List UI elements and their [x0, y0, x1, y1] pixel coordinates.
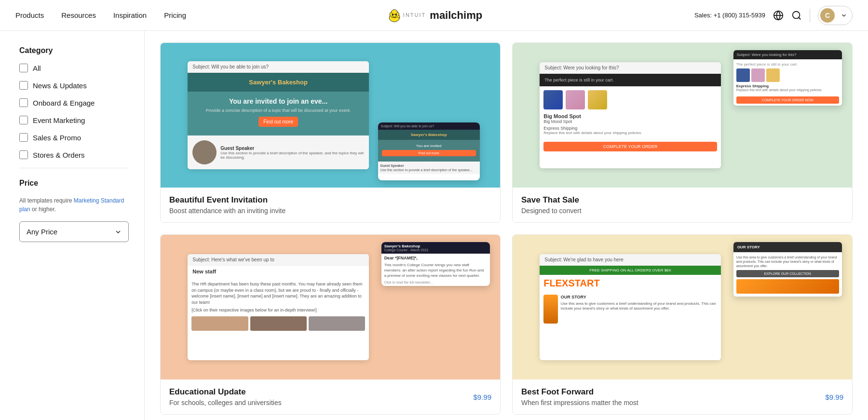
card-footer-bff: Best Foot Forward When first impressions…: [521, 387, 843, 406]
price-note: All templates require Marketing Standard…: [19, 196, 129, 214]
card-footer-event: Beautiful Event Invitation Boost attenda…: [169, 195, 491, 215]
edu-content-body: The HR department has been busy these pa…: [188, 277, 369, 335]
category-onboard-engage-label: Onboard & Engage: [33, 99, 95, 107]
category-onboard-engage-checkbox[interactable]: [19, 98, 28, 107]
category-event-marketing[interactable]: Event Marketing: [19, 116, 129, 124]
card-image-bff: Subject: We're glad to have you here FRE…: [513, 235, 852, 379]
event-email-mock: Subject: Will you be able to join us? Sa…: [188, 61, 369, 169]
nav-resources[interactable]: Resources: [61, 11, 96, 19]
category-stores-orders-label: Stores & Orders: [33, 151, 85, 159]
card-image-event: Subject: Will you be able to join us? Sa…: [161, 43, 500, 188]
globe-icon[interactable]: [773, 10, 784, 21]
card-educational-update[interactable]: Subject: Here's what we've been up to Ne…: [160, 234, 501, 415]
card-image-sale: Subject: Were you looking for this? The …: [513, 43, 852, 188]
svg-line-8: [799, 17, 800, 19]
category-all[interactable]: All: [19, 64, 129, 72]
search-icon[interactable]: [791, 10, 802, 21]
sale-second-header: Subject: Were you looking for this?: [733, 50, 842, 59]
cards-grid: Subject: Will you be able to join us? Sa…: [160, 42, 853, 415]
card-title-sale: Save That Sale: [521, 195, 582, 205]
avatar: C: [820, 8, 835, 23]
sale-second-cta: COMPLETE YOUR ORDER NOW: [736, 96, 839, 104]
category-sales-promo[interactable]: Sales & Promo: [19, 133, 129, 142]
card-save-that-sale[interactable]: Subject: Were you looking for this? The …: [512, 42, 853, 223]
bakeshop-brand: Sawyer's Bakeshop: [188, 73, 369, 92]
header-divider: [810, 9, 810, 22]
sidebar: Category All News & Updates Onboard & En…: [0, 31, 145, 420]
edu-newsletter-mock: Sawyer's Bakeshop College Courier - Marc…: [381, 242, 490, 286]
price-title: Price: [19, 179, 129, 188]
card-info-event: Beautiful Event Invitation Boost attenda…: [161, 188, 500, 222]
bff-brand-name: FLEXSTART: [540, 275, 721, 292]
category-news-updates-checkbox[interactable]: [19, 81, 28, 90]
card-image-edu: Subject: Here's what we've been up to Ne…: [161, 235, 500, 379]
category-event-marketing-label: Event Marketing: [33, 116, 85, 124]
sale-email-mock: Subject: Were you looking for this? The …: [540, 62, 721, 168]
sale-email-header: Subject: Were you looking for this?: [540, 62, 721, 74]
mobile-header: Subject: Will you be able to join us?: [378, 122, 480, 130]
price-section: Price All templates require Marketing St…: [19, 179, 129, 242]
card-info-edu: Educational Update For schools, colleges…: [161, 379, 500, 414]
card-best-foot-forward[interactable]: Subject: We're glad to have you here FRE…: [512, 234, 853, 415]
card-title-event: Beautiful Event Invitation: [169, 195, 285, 205]
category-news-updates[interactable]: News & Updates: [19, 81, 129, 90]
logo[interactable]: INTUIT mailchimp: [386, 7, 482, 24]
content-area: Subject: Will you be able to join us? Sa…: [145, 31, 868, 420]
category-stores-orders-checkbox[interactable]: [19, 150, 28, 159]
nav-products[interactable]: Products: [15, 11, 44, 19]
category-all-label: All: [33, 64, 41, 72]
bakeshop-hero: You are invited to join an eve... Provid…: [188, 92, 369, 135]
main-layout: Category All News & Updates Onboard & En…: [0, 31, 868, 420]
sales-phone: Sales: +1 (800) 315-5939: [694, 12, 765, 19]
edu-email-header: Subject: Here's what we've been up to: [188, 254, 369, 266]
mailchimp-logo-icon: [386, 7, 403, 24]
card-subtitle-edu: For schools, colleges and universities: [169, 399, 282, 406]
card-title-edu: Educational Update: [169, 387, 282, 397]
bff-body: OUR STORY Use this area to give customer…: [540, 292, 721, 326]
nav-inspiration[interactable]: Inspiration: [113, 11, 147, 19]
bff-email-header: Subject: We're glad to have you here: [540, 254, 721, 266]
sale-second-body: The perfect piece is still in your cart.…: [733, 59, 842, 95]
category-sales-promo-checkbox[interactable]: [19, 133, 28, 142]
category-stores-orders[interactable]: Stores & Orders: [19, 150, 129, 159]
bff-story-mock: OUR STORY Use this area to give customer…: [733, 242, 842, 297]
card-beautiful-event-invitation[interactable]: Subject: Will you be able to join us? Sa…: [160, 42, 501, 223]
card-subtitle-bff: When first impressions matter the most: [521, 399, 638, 406]
user-menu-button[interactable]: C: [818, 6, 853, 25]
card-footer-edu: Educational Update For schools, colleges…: [169, 387, 491, 406]
category-sales-promo-label: Sales & Promo: [33, 134, 81, 142]
card-price-edu: $9.99: [473, 393, 491, 401]
card-subtitle-sale: Designed to convert: [521, 207, 582, 215]
story-explore-cta: EXPLORE OUR COLLECTION: [736, 270, 839, 277]
category-onboard-engage[interactable]: Onboard & Engage: [19, 98, 129, 107]
card-subtitle-event: Boost attendance with an inviting invite: [169, 207, 285, 215]
sale-second-mock: Subject: Were you looking for this? The …: [733, 50, 842, 106]
find-out-more-cta: Find out more: [258, 117, 298, 127]
bff-shipping-banner: FREE SHIPPING ON ALL ORDERS OVER $8X: [540, 266, 721, 275]
card-info-sale: Save That Sale Designed to convert: [513, 188, 852, 222]
logo-text: INTUIT mailchimp: [403, 10, 482, 21]
card-footer-sale: Save That Sale Designed to convert: [521, 195, 843, 215]
edu-email-mock: Subject: Here's what we've been up to Ne…: [188, 254, 369, 360]
category-event-marketing-checkbox[interactable]: [19, 116, 28, 124]
main-nav: Products Resources Inspiration Pricing: [15, 11, 186, 19]
category-title: Category: [19, 46, 129, 55]
card-price-bff: $9.99: [825, 393, 843, 401]
chevron-down-icon: [841, 12, 847, 19]
header: Products Resources Inspiration Pricing I…: [0, 0, 868, 31]
nav-pricing[interactable]: Pricing: [164, 11, 186, 19]
price-select[interactable]: Any Price Free Paid: [19, 221, 129, 242]
price-select-wrapper: Any Price Free Paid: [19, 221, 129, 242]
svg-point-4: [392, 10, 397, 14]
category-all-checkbox[interactable]: [19, 64, 28, 72]
edu-content-header: New staff: [188, 266, 369, 277]
card-title-bff: Best Foot Forward: [521, 387, 638, 397]
event-mobile-mock: Subject: Will you be able to join us? Sa…: [378, 122, 480, 180]
mobile-cta: Find out more: [382, 150, 476, 156]
sale-email-content: The perfect piece is still in your cart.: [540, 74, 721, 86]
email-header: Subject: Will you be able to join us?: [188, 61, 369, 73]
bff-product-image: [543, 295, 557, 324]
card-info-bff: Best Foot Forward When first impressions…: [513, 379, 852, 414]
sale-products: Big Mood Spot Big Mood Spot Express Ship…: [540, 86, 721, 139]
bff-email-mock: Subject: We're glad to have you here FRE…: [540, 254, 721, 360]
